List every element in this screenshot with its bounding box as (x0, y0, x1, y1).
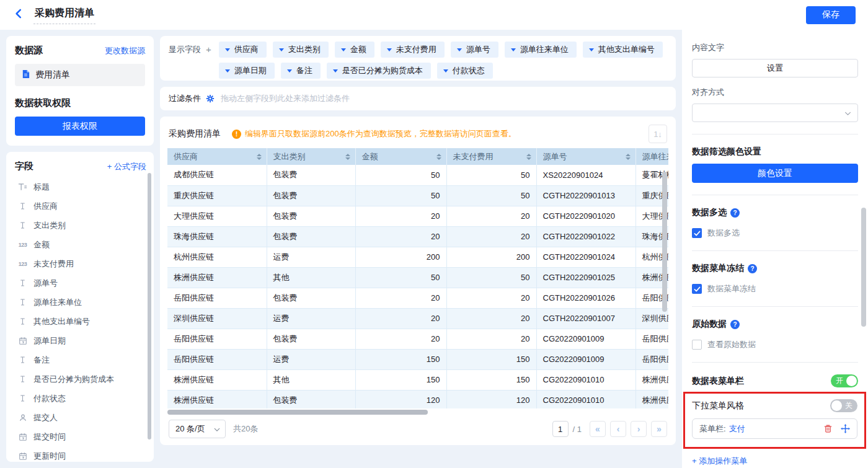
first-page-button[interactable]: « (590, 421, 606, 437)
display-fields-label: 显示字段 + (169, 42, 211, 58)
table-row[interactable]: 岳阳供应链包装费2020CG20220901009岳阳供应链 (167, 329, 668, 349)
sort-arrows-icon[interactable] (345, 154, 350, 160)
field-item[interactable]: 标题 (15, 177, 146, 196)
question-icon[interactable]: ? (748, 264, 757, 273)
gear-icon[interactable] (206, 94, 215, 103)
data-table: 供应商支出类别金额未支付费用源单号源单往来单位 成都供应链包装费5050XS20… (167, 148, 668, 408)
chevron-down-icon (287, 69, 292, 73)
display-field-chip[interactable]: 源单日期 (219, 63, 275, 79)
display-field-chip[interactable]: 金额 (335, 42, 374, 58)
question-icon[interactable]: ? (730, 208, 740, 218)
field-item[interactable]: 源单号 (15, 273, 146, 293)
table-row[interactable]: 杭州供应链运费200200CGTH20220901024杭州供应链 (167, 247, 668, 267)
content-text-settings-button[interactable]: 设置 (692, 59, 858, 77)
color-settings-button[interactable]: 颜色设置 (692, 164, 858, 183)
last-page-button[interactable]: » (651, 421, 667, 437)
column-header-label: 支出类别 (273, 151, 306, 162)
prev-page-button[interactable]: ‹ (610, 421, 626, 437)
field-item[interactable]: 供应商 (15, 196, 146, 216)
column-header[interactable]: 源单往来单位 (636, 148, 668, 165)
checkbox-unchecked-icon[interactable] (692, 340, 702, 350)
report-permission-button[interactable]: 报表权限 (15, 117, 145, 136)
table-row[interactable]: 株洲供应链包装费120120CG20220901010株洲供应链 (167, 390, 668, 408)
table-row[interactable]: 深圳供应链运费2020CGTH20220901007深圳供应链 (167, 308, 668, 329)
column-header[interactable]: 源单号 (536, 148, 636, 165)
table-horizontal-scrollbar[interactable] (167, 410, 428, 415)
freeze-checkbox-row[interactable]: 数据菜单冻结 (692, 283, 858, 294)
raw-data-checkbox-row[interactable]: 查看原始数据 (692, 339, 858, 350)
field-item[interactable]: 其他支出单编号 (15, 312, 146, 331)
field-item[interactable]: 提交人 (15, 408, 146, 427)
field-item[interactable]: 提交时间 (15, 427, 146, 446)
dropdown-style-toggle-off[interactable]: 关 (830, 399, 857, 412)
display-field-chip[interactable]: 源单号 (451, 42, 498, 58)
filter-placeholder[interactable]: 拖动左侧字段到此处来添加过滤条件 (221, 93, 350, 104)
align-select[interactable] (692, 104, 858, 122)
table-row[interactable]: 大理供应链包装费2020CGTH20220901020大理供应链 (167, 206, 668, 226)
date-icon (17, 337, 28, 345)
sort-arrows-icon[interactable] (526, 154, 531, 160)
field-item[interactable]: 源单日期 (15, 331, 146, 350)
display-field-chip[interactable]: 支出类别 (273, 42, 329, 58)
field-item[interactable]: 123金额 (15, 235, 146, 254)
menubar-toggle-on[interactable]: 开 (831, 374, 858, 387)
datasource-item[interactable]: 费用清单 (15, 64, 145, 86)
sort-tool-button[interactable]: 1↓ (649, 125, 667, 143)
column-header[interactable]: 金额 (355, 148, 446, 165)
table-cell: CG20220901010 (536, 369, 636, 390)
field-item[interactable]: 支出类别 (15, 216, 146, 235)
table-vertical-scrollbar[interactable] (662, 172, 667, 312)
display-field-chip[interactable]: 未支付费用 (381, 42, 445, 58)
display-field-chip[interactable]: 源单往来单位 (505, 42, 577, 58)
field-item[interactable]: 付款状态 (15, 389, 146, 408)
next-page-button[interactable]: › (631, 421, 647, 437)
field-item[interactable]: 123未支付费用 (15, 254, 146, 273)
sort-arrows-icon[interactable] (257, 154, 262, 160)
table-row[interactable]: 岳阳供应链运费150150CG20220901009岳阳供应链 (167, 349, 668, 369)
field-item[interactable]: 更新时间 (15, 446, 146, 462)
table-row[interactable]: 珠海供应链包装费2020CGTH20220901022珠海供应链 (167, 226, 668, 247)
fields-scrollbar[interactable] (148, 173, 151, 439)
menu-item-value-link[interactable]: 支付 (729, 423, 745, 435)
change-datasource-link[interactable]: 更改数据源 (105, 45, 145, 56)
field-item[interactable]: 是否已分摊为购货成本 (15, 369, 146, 389)
checkbox-checked-icon[interactable] (692, 228, 702, 238)
table-row[interactable]: 株洲供应链其他5050CGTH20220901025株洲供应链 (167, 267, 668, 288)
add-action-menu-link[interactable]: + 添加操作菜单 (692, 456, 858, 467)
sort-arrows-icon[interactable] (626, 154, 631, 160)
text-icon (17, 298, 28, 306)
display-field-chip[interactable]: 付款状态 (437, 63, 493, 79)
panel-scrollbar[interactable] (861, 208, 866, 327)
column-header[interactable]: 未支付费用 (446, 148, 536, 165)
display-field-chip[interactable]: 备注 (281, 63, 321, 79)
display-field-chips: 供应商支出类别金额未支付费用源单号源单往来单位其他支出单编号源单日期备注是否已分… (219, 42, 667, 79)
table-row[interactable]: 成都供应链包装费5050XS20220901024蔓霍材料 (167, 165, 668, 185)
display-field-chip[interactable]: 供应商 (219, 42, 267, 58)
question-icon[interactable]: ? (730, 320, 740, 329)
checkbox-checked-icon[interactable] (692, 284, 702, 294)
page-title[interactable]: 采购费用清单 (33, 6, 95, 24)
table-row[interactable]: 重庆供应链包装费5050CGTH20220901013重庆供应链 (167, 185, 668, 206)
display-field-chip[interactable]: 是否已分摊为购货成本 (327, 63, 431, 79)
trash-icon[interactable] (823, 424, 833, 433)
column-header[interactable]: 供应商 (167, 148, 267, 165)
column-header[interactable]: 支出类别 (267, 148, 355, 165)
field-item[interactable]: 备注 (15, 350, 146, 369)
current-page-box[interactable]: 1 (552, 421, 569, 437)
page-size-select[interactable]: 20 条/页 (169, 420, 226, 438)
back-button[interactable] (12, 9, 25, 21)
save-button[interactable]: 保存 (806, 6, 856, 24)
chevron-down-icon (511, 48, 516, 51)
add-display-field-button[interactable]: + (206, 42, 211, 58)
formula-field-link[interactable]: + 公式字段 (107, 161, 146, 172)
table-row[interactable]: 株洲供应链其他150150CG20220901010株洲供应链 (167, 369, 668, 390)
multi-select-checkbox-row[interactable]: 数据多选 (692, 227, 858, 239)
sort-arrows-icon[interactable] (436, 154, 441, 160)
move-icon[interactable] (841, 424, 850, 433)
table-row[interactable]: 岳阳供应链包装费2020CGTH20220901026岳阳供应链 (167, 288, 668, 308)
text-icon (17, 317, 28, 325)
pagination-bar: 20 条/页 共20条 1 / 1 « ‹ › » (167, 415, 668, 445)
display-field-chip[interactable]: 其他支出单编号 (583, 42, 663, 58)
table-cell: 120 (446, 390, 536, 408)
field-item[interactable]: 源单往来单位 (15, 293, 146, 312)
